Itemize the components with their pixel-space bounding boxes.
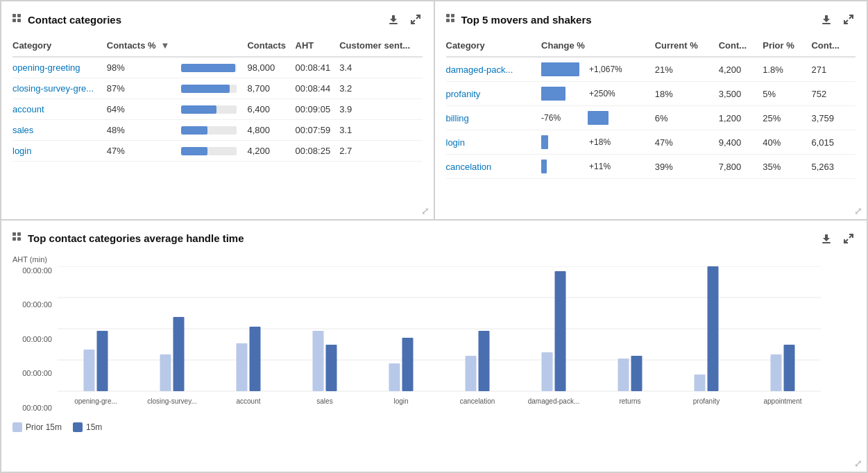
- bar-cell: [181, 120, 248, 141]
- bar-prior: [84, 350, 95, 391]
- cat-cell-top5[interactable]: profanity: [446, 82, 542, 106]
- chart-bars-container: opening-gre...closing-survey...accountsa…: [58, 266, 856, 414]
- bar-current: [784, 345, 795, 391]
- bar-cell: [181, 78, 248, 99]
- expand-button-contact[interactable]: [409, 12, 423, 26]
- y-tick: 00:00:00: [22, 335, 52, 343]
- cont-prior-cell: 6,015: [811, 130, 856, 155]
- prior-pct-cell: 35%: [763, 155, 811, 179]
- contacts-cell: 4,800: [247, 120, 295, 141]
- pct-cell: 64%: [107, 99, 181, 120]
- top5-table: Category Change % Current % Cont... Prio…: [446, 36, 856, 179]
- cont-prior-cell: 3,759: [811, 106, 856, 130]
- bar-prior: [695, 375, 706, 391]
- sentiment-cell: 3.1: [339, 120, 422, 141]
- cat-cell-top5[interactable]: login: [446, 130, 542, 155]
- legend-label: 15m: [86, 422, 102, 432]
- col-header-sentiment: Customer sent...: [339, 36, 422, 57]
- x-label: sales: [316, 397, 332, 405]
- grid-icon: [12, 14, 22, 26]
- category-cell[interactable]: login: [12, 141, 107, 162]
- col-header-cont-current: Cont...: [719, 36, 763, 57]
- svg-rect-3: [17, 19, 21, 22]
- change-cell: -76%: [541, 106, 655, 130]
- x-label: login: [393, 397, 408, 405]
- cont-prior-cell: 5,263: [811, 155, 856, 179]
- top5-panel: Top 5 movers and shakers: [435, 1, 867, 219]
- y-tick: 00:00:00: [22, 300, 52, 309]
- pct-cell: 47%: [107, 141, 181, 162]
- change-cell: +250%: [541, 82, 655, 106]
- x-label: opening-gre...: [74, 397, 117, 405]
- svg-rect-1: [17, 14, 21, 17]
- download-button-contact[interactable]: [386, 12, 400, 26]
- contacts-cell: 8,700: [247, 78, 295, 99]
- cont-current-cell: 9,400: [719, 130, 763, 155]
- aht-cell: 00:08:25: [296, 141, 340, 162]
- x-label: cancelation: [460, 397, 495, 405]
- bar-current: [250, 327, 261, 391]
- legend-color: [12, 422, 22, 432]
- sentiment-cell: 3.4: [339, 57, 422, 78]
- category-cell[interactable]: closing-survey-gre...: [12, 78, 107, 99]
- svg-rect-13: [17, 237, 21, 241]
- contact-categories-table: Category Contacts % ▼ Contacts AHT Custo…: [12, 36, 423, 162]
- svg-rect-14: [822, 242, 831, 243]
- contact-categories-actions: [386, 12, 423, 26]
- table-row: account 64% 6,400 00:09:05 3.9: [12, 99, 423, 120]
- prior-pct-cell: 1.8%: [763, 57, 811, 82]
- category-cell[interactable]: sales: [12, 120, 107, 141]
- download-button-top5[interactable]: [819, 12, 833, 26]
- table-row: sales 48% 4,800 00:07:59 3.1: [12, 120, 423, 141]
- x-label: account: [236, 397, 260, 405]
- category-cell[interactable]: opening-greeting: [12, 57, 107, 78]
- expand-button-top5[interactable]: [842, 12, 856, 26]
- bar-current: [402, 338, 414, 391]
- bar-current: [631, 356, 643, 391]
- svg-rect-10: [12, 232, 16, 236]
- x-label: returns: [619, 397, 640, 405]
- svg-rect-5: [446, 14, 450, 17]
- cat-cell-top5[interactable]: cancelation: [446, 155, 542, 179]
- bar-current: [479, 331, 490, 391]
- sort-icon[interactable]: ▼: [161, 40, 170, 51]
- bar-cell: [181, 57, 248, 78]
- contacts-cell: 6,400: [247, 99, 295, 120]
- col-header-current-pct: Current %: [655, 36, 719, 57]
- contacts-cell: 4,200: [247, 141, 295, 162]
- aht-cell: 00:08:41: [296, 57, 340, 78]
- bar-cell: [181, 141, 248, 162]
- prior-pct-cell: 5%: [763, 82, 811, 106]
- grid-icon-top5: [446, 14, 456, 26]
- bar-prior: [237, 343, 248, 391]
- legend-label: Prior 15m: [26, 422, 62, 432]
- bar-current: [97, 331, 108, 391]
- panel-header-top5: Top 5 movers and shakers: [446, 12, 856, 26]
- contact-categories-title: Contact categories: [12, 14, 121, 26]
- change-cell: +18%: [541, 130, 655, 155]
- col-header-prior-pct: Prior %: [763, 36, 811, 57]
- aht-chart-area: AHT (min) 00:00:0000:00:0000:00:0000:00:…: [12, 255, 856, 432]
- resize-handle-contact[interactable]: ⤢: [421, 205, 429, 216]
- x-label: damaged-pack...: [528, 397, 580, 405]
- aht-title: Top contact categories average handle ti…: [12, 232, 244, 244]
- col-header-aht: AHT: [296, 36, 340, 57]
- cont-prior-cell: 271: [811, 57, 856, 82]
- resize-handle-aht[interactable]: ⤢: [854, 458, 862, 469]
- table-row: login +18% 47% 9,400 40% 6,015: [446, 130, 856, 155]
- pct-cell: 48%: [107, 120, 181, 141]
- svg-rect-2: [12, 19, 16, 22]
- prior-pct-cell: 25%: [763, 106, 811, 130]
- category-cell[interactable]: account: [12, 99, 107, 120]
- aht-cell: 00:07:59: [296, 120, 340, 141]
- cat-cell-top5[interactable]: billing: [446, 106, 542, 130]
- resize-handle-top5[interactable]: ⤢: [854, 205, 862, 216]
- cont-current-cell: 1,200: [719, 106, 763, 130]
- cat-cell-top5[interactable]: damaged-pack...: [446, 57, 542, 82]
- aht-cell: 00:09:05: [296, 99, 340, 120]
- bar-current: [555, 271, 566, 391]
- download-button-aht[interactable]: [819, 232, 833, 246]
- expand-button-aht[interactable]: [842, 232, 856, 246]
- current-pct-cell: 47%: [655, 130, 719, 155]
- current-pct-cell: 18%: [655, 82, 719, 106]
